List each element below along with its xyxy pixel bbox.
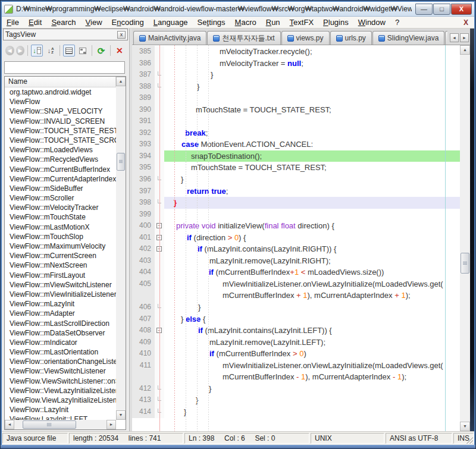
code-line: mCurrentBufferIndex - 1), mCurrentAdapte… xyxy=(132,371,460,383)
tag-list-item[interactable]: ViewFlow::TOUCH_STATE_REST xyxy=(5,126,116,136)
menu-item-window[interactable]: Window xyxy=(353,17,390,27)
scroll-up-icon[interactable]: ▲ xyxy=(460,45,470,55)
tag-list-item[interactable]: ViewFlow::mLastScrollDirection xyxy=(5,319,116,328)
menu-item-macro[interactable]: Macro xyxy=(230,17,261,27)
close-button[interactable]: X xyxy=(451,4,472,15)
tag-list-item[interactable]: org.taptwo.android.widget xyxy=(5,87,116,97)
tag-list-item[interactable]: ViewFlow::SNAP_VELOCITY xyxy=(5,106,116,116)
tagsview-title-bar[interactable]: TagsView x xyxy=(3,29,128,40)
tab-MainActivity.java[interactable]: MainActivity.java xyxy=(133,31,206,45)
tags-scroll-thumb[interactable] xyxy=(117,153,125,171)
scroll-down-icon[interactable]: ▼ xyxy=(116,410,126,420)
tag-list-item[interactable]: ViewFlow::mScroller xyxy=(5,193,116,203)
tag-list-item[interactable]: ViewFlow xyxy=(5,97,116,106)
menu-item-edit[interactable]: Edit xyxy=(24,17,46,27)
menu-close-icon[interactable]: X xyxy=(458,18,474,27)
forward-icon[interactable]: ▶ xyxy=(16,46,25,55)
tag-list-item[interactable]: ViewFlow::mTouchSlop xyxy=(5,232,116,241)
menu-item-plugins[interactable]: Plugins xyxy=(318,17,353,27)
tag-list-item[interactable]: ViewFlow::mRecycledViews xyxy=(5,155,116,164)
code-text: } xyxy=(164,302,460,313)
tags-list: org.taptwo.android.widgetViewFlowViewFlo… xyxy=(5,87,116,420)
tag-list-item[interactable]: ViewFlow::mSideBuffer xyxy=(5,184,116,193)
fold-collapse-icon[interactable]: − xyxy=(156,246,162,252)
tags-horizontal-scrollbar[interactable]: ◄ ► xyxy=(5,420,116,429)
tag-list-item[interactable]: ViewFlow::mLoadedViews xyxy=(5,145,116,155)
tag-list-item[interactable]: ViewFlow::mVelocityTracker xyxy=(5,203,116,212)
tag-filter-input[interactable] xyxy=(4,61,125,74)
tag-list-item[interactable]: ViewFlow::mTouchState xyxy=(5,212,116,222)
code-text: break; xyxy=(164,127,460,139)
tag-list-item[interactable]: ViewFlow::mMaximumVelocity xyxy=(5,241,116,251)
tab-views.py[interactable]: views.py xyxy=(281,31,330,45)
fold-collapse-icon[interactable]: − xyxy=(156,235,162,240)
code-text: mCurrentBufferIndex - 1), mCurrentAdapte… xyxy=(164,371,460,383)
minimize-button[interactable]: — xyxy=(415,4,433,15)
tag-list-item[interactable]: ViewFlow.ViewLazyInitializeListener::o xyxy=(5,395,116,405)
tag-list-item[interactable]: ViewFlow::mLazyInit xyxy=(5,299,116,309)
tag-list-item[interactable]: ViewFlow::TOUCH_STATE_SCROLLING xyxy=(5,136,116,145)
code-line: 399 xyxy=(132,209,460,221)
line-number: 396 xyxy=(132,174,155,186)
menu-item-run[interactable]: Run xyxy=(261,17,285,27)
tag-list-item[interactable]: ViewFlow::mAdapter xyxy=(5,309,116,318)
editor-scroll-thumb[interactable] xyxy=(461,253,469,274)
back-icon[interactable]: ◀ xyxy=(5,46,14,55)
tab-SlidingView.java[interactable]: SlidingView.java xyxy=(372,31,445,45)
title-bar[interactable]: D:₩mine₩programming₩eclipse₩android₩andr… xyxy=(2,2,474,17)
maximize-button[interactable]: □ xyxy=(433,4,450,15)
tab-list: MainActivity.java천재투자자들.txtviews.pyurls.… xyxy=(132,29,447,45)
tab-scroll-right-icon[interactable]: ► xyxy=(460,33,469,42)
tag-list-item[interactable]: ViewFlow::mLastMotionX xyxy=(5,222,116,232)
tag-list-item[interactable]: ViewFlow::orientationChangeListener xyxy=(5,357,116,366)
tab-urls.py[interactable]: urls.py xyxy=(330,31,372,45)
tag-list-item[interactable]: ViewFlow::mNextScreen xyxy=(5,260,116,270)
tag-list-item[interactable]: ViewFlow::mViewInitializeListener xyxy=(5,290,116,299)
tab-label: MainActivity.java xyxy=(148,34,201,42)
tab-scroll-left-icon[interactable]: ◄ xyxy=(450,33,459,42)
tags-hscroll-thumb[interactable] xyxy=(23,420,76,429)
tree-view-icon[interactable] xyxy=(77,45,89,56)
menu-item-?[interactable]: ? xyxy=(390,17,404,27)
tag-list-item[interactable]: ViewFlow::mIndicator xyxy=(5,338,116,347)
menu-item-file[interactable]: File xyxy=(2,17,24,27)
status-length-lines: length : 20534 lines : 741 xyxy=(69,433,183,444)
refresh-icon[interactable]: ⟳ xyxy=(95,45,107,56)
editor-vertical-scrollbar[interactable]: ▲ ▼ xyxy=(460,45,470,431)
menu-item-settings[interactable]: Settings xyxy=(193,17,230,27)
tag-list-item[interactable]: ViewFlow::mFirstLayout xyxy=(5,271,116,280)
tag-list-item[interactable]: ViewFlow::mDataSetObserver xyxy=(5,328,116,338)
clear-icon[interactable]: ✕ xyxy=(114,45,126,56)
sort-by-document-icon[interactable]: ↓ xyxy=(31,45,43,56)
tagsview-close-icon[interactable]: x xyxy=(117,31,126,39)
tag-list-item[interactable]: ViewFlow.ViewSwitchListener::onSwitc xyxy=(5,376,116,386)
scroll-left-icon[interactable]: ◄ xyxy=(5,420,14,429)
scroll-down-icon[interactable]: ▼ xyxy=(460,422,470,431)
code-editor[interactable]: 385mVelocityTracker.recycle();386mVeloci… xyxy=(132,45,470,431)
tag-list-item[interactable]: ViewFlow::mLastOrientation xyxy=(5,347,116,357)
scroll-up-icon[interactable]: ▲ xyxy=(116,77,126,86)
tag-list-item[interactable]: ViewFlow::ViewLazyInitializeListener xyxy=(5,386,116,395)
menu-item-textfx[interactable]: TextFX xyxy=(285,17,318,27)
fold-collapse-icon[interactable]: − xyxy=(156,223,162,228)
menu-item-encoding[interactable]: Encoding xyxy=(107,17,149,27)
menu-item-search[interactable]: Search xyxy=(46,17,80,27)
tags-list-header[interactable]: Name xyxy=(5,77,116,87)
list-view-icon[interactable] xyxy=(63,45,75,56)
menu-item-language[interactable]: Language xyxy=(149,17,193,27)
menu-item-view[interactable]: View xyxy=(81,17,107,27)
tag-list-item[interactable]: ViewFlow::LazyInit xyxy=(5,405,116,415)
fold-collapse-icon[interactable]: − xyxy=(156,328,162,333)
window-shadow xyxy=(470,29,474,431)
scroll-right-icon[interactable]: ► xyxy=(107,420,116,429)
sort-alphabetical-icon[interactable]: ↓AZ xyxy=(45,45,57,56)
tag-list-item[interactable]: ViewFlow.LazyInit::LEFT xyxy=(5,415,116,420)
tag-list-item[interactable]: ViewFlow::mViewSwitchListener xyxy=(5,280,116,290)
tag-list-item[interactable]: ViewFlow::ViewSwitchListener xyxy=(5,366,116,376)
tag-list-item[interactable]: ViewFlow::mCurrentAdapterIndex xyxy=(5,174,116,184)
tab-천재투자자들.txt[interactable]: 천재투자자들.txt xyxy=(207,31,280,45)
tag-list-item[interactable]: ViewFlow::mCurrentBufferIndex xyxy=(5,165,116,174)
tag-list-item[interactable]: ViewFlow::INVALID_SCREEN xyxy=(5,117,116,126)
tags-vertical-scrollbar[interactable]: ▲ ▼ xyxy=(116,77,126,420)
tag-list-item[interactable]: ViewFlow::mCurrentScreen xyxy=(5,251,116,260)
